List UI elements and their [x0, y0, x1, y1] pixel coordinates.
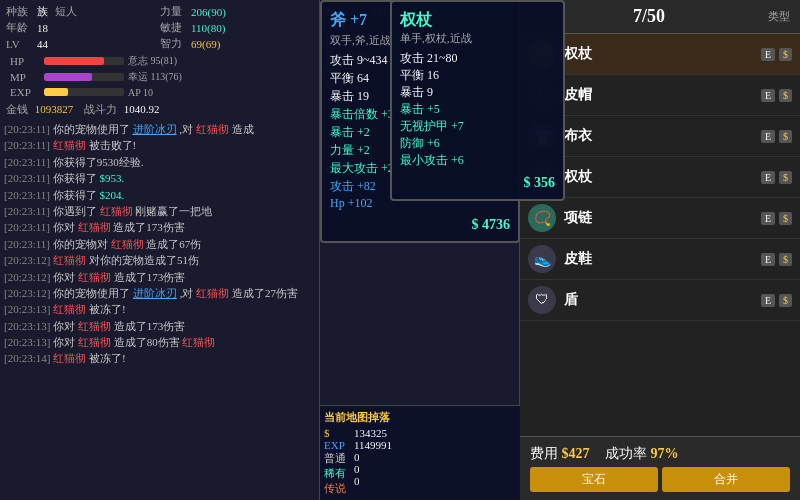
footer-cost: 费用 $427 成功率 97%: [530, 445, 790, 463]
tooltip2-price: $ 356: [400, 175, 555, 191]
item-name-5: 皮鞋: [564, 250, 761, 268]
tooltip2-min-attack: 最小攻击 +6: [400, 152, 555, 169]
stats-bars: HP 意志 95(81) MP 幸运 113(76) EXP AP 10: [0, 51, 319, 101]
item-icon-4: 📿: [528, 204, 556, 232]
item-tags-6: E $: [761, 294, 792, 307]
chat-line: [20:23:12] 你的宠物使用了 进阶冰刃 ,对 红猫彻 造成了27伤害: [4, 286, 315, 301]
mp-track: [44, 73, 124, 81]
item-tags-1: E $: [761, 89, 792, 102]
item-tags-3: E $: [761, 171, 792, 184]
hp-fill: [44, 57, 104, 65]
item-tags-2: E $: [761, 130, 792, 143]
tooltip2-title: 权杖: [400, 10, 555, 31]
stat-age: 年龄 18: [6, 20, 159, 35]
chat-line: [20:23:13] 你对 红猫彻 造成了80伤害 红猫彻: [4, 335, 315, 350]
merge-button[interactable]: 合并: [662, 467, 790, 492]
stat-strength: 力量 206(90): [160, 4, 313, 19]
item-tags-0: E $: [761, 48, 792, 61]
stat-species: 种族 族 短人: [6, 4, 159, 19]
item-name-4: 项链: [564, 209, 761, 227]
item-name-6: 盾: [564, 291, 761, 309]
main-container: 种族 族 短人 力量 206(90) 年龄 18 敏捷 110(80) LV 4…: [0, 0, 800, 500]
exp-bar-row: EXP AP 10: [6, 85, 313, 99]
tooltip2-defense: 防御 +6: [400, 135, 555, 152]
exp-fill: [44, 88, 68, 96]
item-name-0: 权杖: [564, 45, 761, 63]
chat-line: [20:23:11] 你的宠物对 红猫彻 造成了67伤: [4, 237, 315, 252]
chat-line: [20:23:11] 你获得了 $953.: [4, 171, 315, 186]
stat-agility: 敏捷 110(80): [160, 20, 313, 35]
hp-track: [44, 57, 124, 65]
luck-value: 幸运 113(76): [128, 70, 182, 84]
stat-intelligence: 智力 69(69): [160, 36, 313, 51]
tooltip2-subtitle: 单手,权杖,近战: [400, 31, 555, 46]
stat-lv: LV 44: [6, 36, 159, 51]
inv-item-6[interactable]: 🛡 盾 E $: [520, 280, 800, 321]
tooltip1-price: $ 4736: [330, 217, 510, 233]
exp-track: [44, 88, 124, 96]
ap-value: AP 10: [128, 87, 178, 98]
chat-line: [20:23:11] 你遇到了 红猫彻 刚赌赢了一把地: [4, 204, 315, 219]
chat-line: [20:23:11] 你获得了9530经验.: [4, 155, 315, 170]
chat-line: [20:23:11] 红猫彻 被击败了!: [4, 138, 315, 153]
mp-fill: [44, 73, 92, 81]
tooltip2-balance: 平衡 16: [400, 67, 555, 84]
chat-line: [20:23:12] 红猫彻 对你的宠物造成了51伤: [4, 253, 315, 268]
drop-panel: 当前地图掉落 $ EXP 普通 稀有 传说 134325 1149991 0 0…: [320, 405, 520, 500]
tooltip2-attack: 攻击 21~80: [400, 50, 555, 67]
chat-line: [20:23:11] 你获得了 $204.: [4, 188, 315, 203]
item-tags-4: E $: [761, 212, 792, 225]
left-panel: 种族 族 短人 力量 206(90) 年龄 18 敏捷 110(80) LV 4…: [0, 0, 320, 500]
mp-bar-row: MP 幸运 113(76): [6, 69, 313, 85]
will-value: 意志 95(81): [128, 54, 178, 68]
inventory-footer: 费用 $427 成功率 97% 宝石 合并: [520, 436, 800, 500]
chat-log: [20:23:11] 你的宠物使用了 进阶冰刃 ,对 红猫彻 造成 [20:23…: [0, 118, 319, 500]
tooltip2-no-armor: 无视护甲 +7: [400, 118, 555, 135]
gem-button[interactable]: 宝石: [530, 467, 658, 492]
footer-buttons: 宝石 合并: [530, 467, 790, 492]
drop-title: 当前地图掉落: [324, 410, 516, 425]
inv-item-5[interactable]: 👟 皮鞋 E $: [520, 239, 800, 280]
chat-line: [20:23:11] 你对 红猫彻 造成了173伤害: [4, 220, 315, 235]
item-tooltip-scepter: 权杖 单手,权杖,近战 攻击 21~80 平衡 16 暴击 9 暴击 +5 无视…: [390, 0, 565, 201]
chat-line: [20:23:11] 你的宠物使用了 进阶冰刃 ,对 红猫彻 造成: [4, 122, 315, 137]
chat-line: [20:23:12] 你对 红猫彻 造成了173伤害: [4, 270, 315, 285]
item-name-3: 权杖: [564, 168, 761, 186]
inv-item-4[interactable]: 📿 项链 E $: [520, 198, 800, 239]
chat-line: [20:23:13] 红猫彻 被冻了!: [4, 302, 315, 317]
item-tags-5: E $: [761, 253, 792, 266]
tooltip2-crit-bonus: 暴击 +5: [400, 101, 555, 118]
stats-top: 种族 族 短人 力量 206(90) 年龄 18 敏捷 110(80) LV 4…: [0, 0, 319, 51]
item-name-2: 布衣: [564, 127, 761, 145]
item-name-1: 皮帽: [564, 86, 761, 104]
inventory-type: 类型: [768, 9, 790, 24]
item-icon-6: 🛡: [528, 286, 556, 314]
gold-row: 金钱 1093827 战斗力 1040.92: [0, 101, 319, 118]
hp-bar-row: HP 意志 95(81): [6, 53, 313, 69]
tooltip2-crit: 暴击 9: [400, 84, 555, 101]
chat-line: [20:23:14] 红猫彻 被冻了!: [4, 351, 315, 366]
item-icon-5: 👟: [528, 245, 556, 273]
inventory-count: 7/50: [633, 6, 665, 27]
chat-line: [20:23:13] 你对 红猫彻 造成了173伤害: [4, 319, 315, 334]
